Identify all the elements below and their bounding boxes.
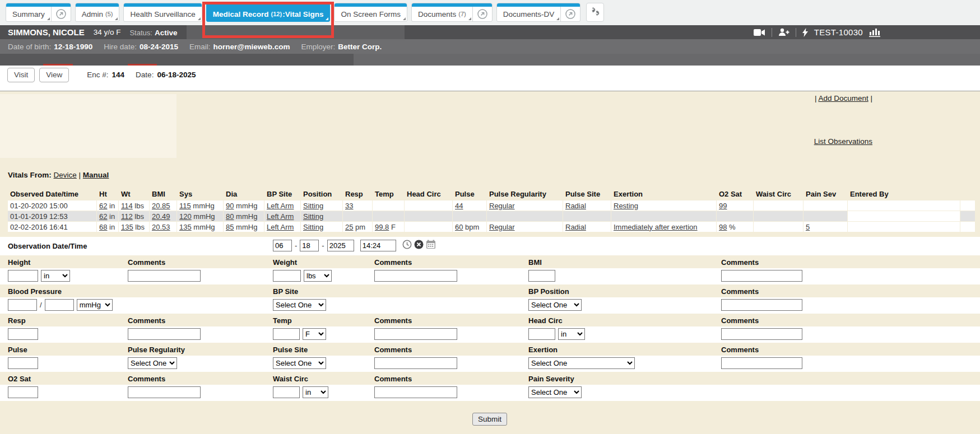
bp-unit-select[interactable]: mmHg — [77, 299, 113, 311]
clock-icon[interactable] — [402, 240, 412, 251]
temp-comments-input[interactable] — [374, 328, 457, 340]
height-comments-input[interactable] — [128, 270, 201, 282]
waist-comments-input[interactable] — [374, 386, 457, 398]
bar-chart-icon[interactable] — [869, 28, 880, 37]
calendar-icon[interactable] — [426, 240, 436, 251]
vital-value-link[interactable]: 20.49 — [152, 212, 170, 221]
lightning-icon[interactable] — [802, 28, 808, 37]
waist-circ-input[interactable] — [273, 386, 300, 398]
bmi-input[interactable] — [528, 270, 555, 282]
vital-value-link[interactable]: 80 — [226, 212, 234, 221]
tab-documents-dv[interactable]: Documents-DV — [496, 3, 581, 22]
tab-health-surveillance[interactable]: Health Surveillance — [123, 3, 202, 22]
height-unit-select[interactable]: in — [41, 270, 70, 282]
settings-button[interactable] — [586, 3, 604, 22]
vital-value-link[interactable]: 90 — [226, 202, 234, 210]
vital-value-link[interactable]: 112 — [121, 212, 133, 221]
vital-value-link[interactable]: 33 — [345, 202, 353, 210]
pulse-input[interactable] — [8, 357, 38, 369]
bp-diastolic-input[interactable] — [45, 299, 74, 311]
bmi-comments-input[interactable] — [721, 270, 802, 282]
vital-value-link[interactable]: Sitting — [303, 212, 323, 221]
tab-documents-dv-external-link-icon[interactable] — [560, 3, 580, 21]
vital-value-link[interactable]: Resting — [614, 202, 638, 210]
vital-value-link[interactable]: 25 — [345, 223, 353, 231]
obs-time-input[interactable] — [360, 240, 396, 251]
vital-value-link[interactable]: 135 — [121, 223, 133, 231]
vital-value-link[interactable]: 68 — [99, 223, 107, 231]
exertion-select[interactable]: Select One — [528, 357, 635, 369]
pain-severity-select[interactable]: Select One — [528, 386, 582, 398]
vital-value-link[interactable]: Radial — [565, 223, 586, 231]
bp-site-select[interactable]: Select One — [273, 299, 326, 311]
vital-value-link[interactable]: 85 — [226, 223, 234, 231]
vital-value-link[interactable]: 98 — [719, 223, 727, 231]
vital-value-link[interactable]: 62 — [99, 212, 107, 221]
obs-day-input[interactable] — [300, 240, 319, 251]
visit-button[interactable]: Visit — [7, 68, 35, 82]
vital-value-link[interactable]: Immediately after exertion — [614, 223, 698, 231]
add-document-link[interactable]: Add Document — [818, 94, 868, 102]
vital-value-link[interactable]: 114 — [121, 202, 133, 210]
height-input[interactable] — [8, 270, 38, 282]
person-add-icon[interactable] — [778, 28, 789, 36]
view-button[interactable]: View — [39, 68, 69, 82]
vital-value-link[interactable]: Left Arm — [267, 212, 294, 221]
vital-value-link[interactable]: 135 — [179, 223, 192, 231]
vital-value-link[interactable]: Regular — [489, 223, 515, 231]
resp-input[interactable] — [8, 328, 38, 340]
device-link[interactable]: Device — [54, 171, 77, 179]
tab-summary-external-link-icon[interactable] — [51, 3, 71, 21]
vital-value-link[interactable]: Sitting — [303, 223, 323, 231]
vital-value-link[interactable]: 62 — [99, 202, 107, 210]
weight-unit-select[interactable]: lbs — [304, 270, 332, 282]
o2-sat-input[interactable] — [8, 386, 38, 398]
exertion-comments-input[interactable] — [721, 357, 802, 369]
vital-value-link[interactable]: 20.53 — [152, 223, 170, 231]
head-circ-input[interactable] — [528, 328, 555, 340]
email-label: Email: — [189, 43, 211, 51]
temp-input[interactable] — [273, 328, 300, 340]
pulse-site-select[interactable]: Select One — [273, 357, 326, 369]
tab-documents-external-link-icon[interactable] — [472, 3, 492, 21]
o2-comments-input[interactable] — [128, 386, 201, 398]
pulse-comments-input[interactable] — [374, 357, 457, 369]
head-circ-comments-input[interactable] — [721, 328, 802, 340]
submit-button[interactable]: Submit — [472, 413, 507, 426]
weight-comments-input[interactable] — [374, 270, 457, 282]
vital-value-link[interactable]: Left Arm — [267, 223, 294, 231]
obs-year-input[interactable] — [327, 240, 354, 251]
vital-value-link[interactable]: 115 — [179, 202, 191, 210]
vital-value-link[interactable]: Regular — [489, 202, 515, 210]
clear-date-icon[interactable] — [414, 240, 424, 251]
vital-value-link[interactable]: 5 — [806, 223, 810, 231]
vital-value-link[interactable]: 44 — [455, 202, 463, 210]
bp-systolic-input[interactable] — [8, 299, 37, 311]
resp-comments-input[interactable] — [128, 328, 201, 340]
tab-admin[interactable]: Admin(5) — [75, 3, 120, 22]
obs-month-input[interactable] — [273, 240, 292, 251]
head-circ-unit-select[interactable]: in — [558, 328, 585, 340]
tab-on-screen-forms[interactable]: On Screen Forms — [334, 3, 407, 22]
vital-value-link[interactable]: Radial — [565, 202, 586, 210]
list-observations-link[interactable]: List Observations — [814, 137, 872, 146]
pulse-regularity-select[interactable]: Select One — [128, 357, 177, 369]
vital-value-link[interactable]: 99.8 — [375, 223, 389, 231]
temp-unit-select[interactable]: F — [303, 328, 326, 340]
vital-value-link[interactable]: 99 — [719, 202, 727, 210]
vital-value-link[interactable]: 20.85 — [152, 202, 170, 210]
video-camera-icon[interactable] — [754, 29, 765, 36]
tab-summary[interactable]: Summary — [6, 3, 71, 22]
weight-input[interactable] — [273, 270, 301, 282]
waist-unit-select[interactable]: in — [303, 386, 328, 398]
vital-value-link[interactable]: 60 — [455, 223, 463, 231]
tab-medical-record[interactable]: Medical Record(12):Vital Signs — [206, 3, 331, 22]
manual-link[interactable]: Manual — [83, 171, 109, 179]
bp-position-select[interactable]: Select One — [528, 299, 582, 311]
vital-value-link[interactable]: Sitting — [303, 202, 323, 210]
tab-documents[interactable]: Documents(7) — [411, 3, 493, 22]
vital-value-link[interactable]: Left Arm — [267, 202, 294, 210]
vital-value-link[interactable]: 120 — [179, 212, 192, 221]
pulse-label: Pulse — [8, 346, 27, 354]
bp-comments-input[interactable] — [721, 299, 802, 311]
